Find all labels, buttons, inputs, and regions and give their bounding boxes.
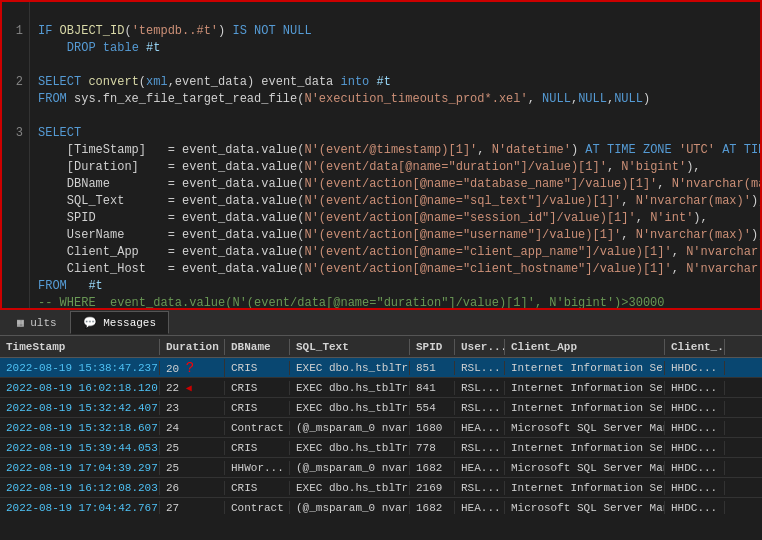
- grid-cell: RSL...: [455, 481, 505, 495]
- grid-cell: RSL...: [455, 401, 505, 415]
- table-row[interactable]: 2022-08-19 16:12:08.203 -05:0026CRISEXEC…: [0, 478, 762, 498]
- grid-cell: 2169: [410, 481, 455, 495]
- grid-cell: RSL...: [455, 441, 505, 455]
- grid-cell: 1682: [410, 461, 455, 475]
- header-spid: SPID: [410, 339, 455, 355]
- grid-cell: EXEC dbo.hs_tblTran...: [290, 401, 410, 415]
- grid-cell: 2022-08-19 16:12:08.203 -05:00: [0, 481, 160, 495]
- table-row[interactable]: 2022-08-19 17:04:42.767 -05:0027Contract…: [0, 498, 762, 514]
- grid-cell: Microsoft SQL Server Management St...: [505, 421, 665, 435]
- grid-cell: 778: [410, 441, 455, 455]
- code-editor[interactable]: 1 2 3 8 IF OBJECT_ID('tempdb..#t') IS NO…: [0, 0, 762, 310]
- tab-results[interactable]: ▦ ults: [4, 311, 70, 334]
- grid-cell: Microsoft SQL Server Management St...: [505, 501, 665, 515]
- grid-cell: 2022-08-19 17:04:39.297 -05:00: [0, 461, 160, 475]
- grid-cell: (@_msparam_0 nvar...: [290, 421, 410, 435]
- bottom-panel: ▦ ults 💬 Messages TimeStamp Duration DBN…: [0, 310, 762, 514]
- grid-cell: RSL...: [455, 381, 505, 395]
- grid-cell: HHDC...: [665, 461, 725, 475]
- grid-cell: RSL...: [455, 361, 505, 375]
- grid-cell: 20 ?: [160, 359, 225, 377]
- header-sqltext: SQL_Text: [290, 339, 410, 355]
- grid-cell: Internet Information Services: [505, 381, 665, 395]
- grid-cell: 2022-08-19 15:32:42.407 -05:00: [0, 401, 160, 415]
- header-clienthost: Client_...: [665, 339, 725, 355]
- grid-cell: HEA...: [455, 421, 505, 435]
- grid-cell: 2022-08-19 17:04:42.767 -05:00: [0, 501, 160, 515]
- grid-body: 2022-08-19 15:38:47.237 -05:0020 ?CRISEX…: [0, 358, 762, 514]
- tab-messages[interactable]: 💬 Messages: [70, 311, 169, 334]
- grid-cell: CRIS: [225, 381, 290, 395]
- grid-cell: EXEC dbo.hs_tblTran...: [290, 361, 410, 375]
- header-user: User...: [455, 339, 505, 355]
- grid-cell: CRIS: [225, 481, 290, 495]
- grid-cell: 26: [160, 481, 225, 495]
- grid-cell: 2022-08-19 15:39:44.053 -05:00: [0, 441, 160, 455]
- grid-cell: 23: [160, 401, 225, 415]
- grid-cell: 851: [410, 361, 455, 375]
- header-clientapp: Client_App: [505, 339, 665, 355]
- grid-cell: CRIS: [225, 441, 290, 455]
- grid-cell: EXEC dbo.hs_tblTran...: [290, 481, 410, 495]
- table-row[interactable]: 2022-08-19 17:04:39.297 -05:0025HHWor...…: [0, 458, 762, 478]
- table-row[interactable]: 2022-08-19 16:02:18.120 -05:0022 ◀CRISEX…: [0, 378, 762, 398]
- grid-cell: 22 ◀: [160, 381, 225, 395]
- grid-cell: Microsoft SQL Server Management St...: [505, 461, 665, 475]
- grid-cell: HHDC...: [665, 421, 725, 435]
- results-grid: TimeStamp Duration DBName SQL_Text SPID …: [0, 336, 762, 514]
- code-content: IF OBJECT_ID('tempdb..#t') IS NOT NULL D…: [30, 2, 760, 308]
- grid-cell: 2022-08-19 15:32:18.607 -05:00: [0, 421, 160, 435]
- line-numbers: 1 2 3 8: [2, 2, 30, 308]
- grid-cell: Internet Information Services: [505, 441, 665, 455]
- table-row[interactable]: 2022-08-19 15:39:44.053 -05:0025CRISEXEC…: [0, 438, 762, 458]
- header-dbname: DBName: [225, 339, 290, 355]
- grid-cell: 1680: [410, 421, 455, 435]
- grid-cell: HHDC...: [665, 441, 725, 455]
- grid-cell: 25: [160, 461, 225, 475]
- header-duration: Duration: [160, 339, 225, 355]
- grid-cell: Internet Information Services: [505, 401, 665, 415]
- grid-cell: Contract: [225, 501, 290, 515]
- grid-cell: HHDC...: [665, 481, 725, 495]
- grid-cell: HHDC...: [665, 401, 725, 415]
- grid-cell: EXEC dbo.hs_tblTran...: [290, 441, 410, 455]
- table-row[interactable]: 2022-08-19 15:32:18.607 -05:0024Contract…: [0, 418, 762, 438]
- grid-cell: 554: [410, 401, 455, 415]
- grid-cell: 25: [160, 441, 225, 455]
- grid-cell: EXEC dbo.hs_tblTran...: [290, 381, 410, 395]
- grid-cell: Internet Information Services: [505, 481, 665, 495]
- grid-cell: (@_msparam_0 nvar...: [290, 461, 410, 475]
- table-row[interactable]: 2022-08-19 15:32:42.407 -05:0023CRISEXEC…: [0, 398, 762, 418]
- grid-cell: HHWor...: [225, 461, 290, 475]
- grid-header-row: TimeStamp Duration DBName SQL_Text SPID …: [0, 336, 762, 358]
- grid-cell: CRIS: [225, 361, 290, 375]
- grid-cell: (@_msparam_0 nvar...: [290, 501, 410, 515]
- table-icon: ▦: [17, 317, 24, 329]
- grid-cell: HEA...: [455, 501, 505, 515]
- grid-cell: HHDC...: [665, 381, 725, 395]
- header-timestamp: TimeStamp: [0, 339, 160, 355]
- table-row[interactable]: 2022-08-19 15:38:47.237 -05:0020 ?CRISEX…: [0, 358, 762, 378]
- grid-cell: HHDC...: [665, 501, 725, 515]
- grid-cell: Internet Information Services: [505, 361, 665, 375]
- grid-cell: HHDC...: [665, 361, 725, 375]
- grid-cell: HEA...: [455, 461, 505, 475]
- grid-cell: 24: [160, 421, 225, 435]
- grid-cell: 2022-08-19 16:02:18.120 -05:00: [0, 381, 160, 395]
- tab-bar: ▦ ults 💬 Messages: [0, 310, 762, 336]
- grid-cell: 27: [160, 501, 225, 515]
- grid-cell: Contract: [225, 421, 290, 435]
- grid-cell: 1682: [410, 501, 455, 515]
- grid-cell: CRIS: [225, 401, 290, 415]
- messages-icon: 💬: [83, 317, 97, 329]
- grid-cell: 2022-08-19 15:38:47.237 -05:00: [0, 361, 160, 375]
- grid-cell: 841: [410, 381, 455, 395]
